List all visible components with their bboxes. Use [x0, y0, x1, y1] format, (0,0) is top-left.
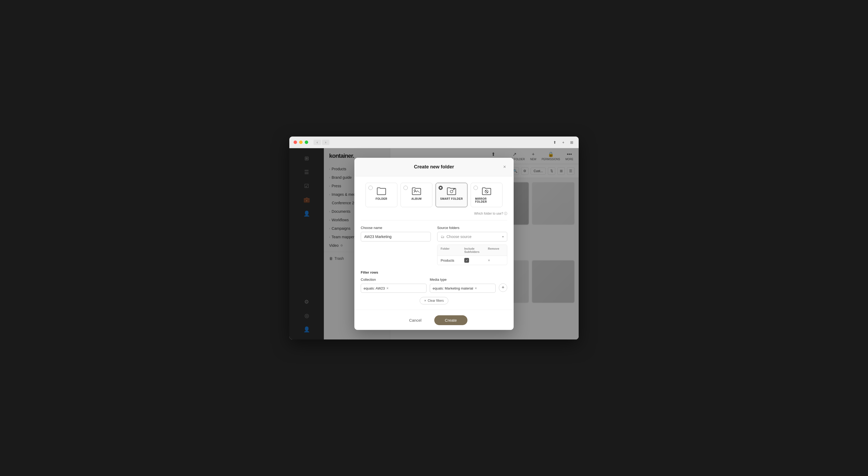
close-dot[interactable]: [293, 141, 297, 144]
folder-name-input[interactable]: [361, 232, 431, 241]
maximize-dot[interactable]: [305, 141, 308, 144]
modal-body: Choose name Source folders 🗂 Choose sour…: [354, 220, 514, 310]
album-icon: [412, 187, 421, 195]
folder-type-selector: FOLDER ALBUM: [354, 176, 514, 211]
mirror-folder-icon: [482, 187, 491, 195]
media-type-clear-button[interactable]: ×: [475, 286, 477, 290]
source-col: Source folders 🗂 Choose source ▾ Folder: [437, 226, 507, 265]
info-icon: ⓘ: [504, 212, 507, 215]
folder-type-smart[interactable]: SMART FOLDER: [436, 183, 467, 207]
folder-type-album[interactable]: ALBUM: [401, 183, 432, 207]
svg-point-0: [414, 190, 416, 191]
remove-row-button[interactable]: ×: [488, 258, 504, 262]
clear-filters-row: × Clear filters: [361, 297, 507, 304]
collection-filter-col: Collection equals: AW23 ×: [361, 277, 427, 293]
grid-view-icon: ⊞: [569, 140, 575, 145]
modal-title: Create new folder: [414, 164, 454, 170]
svg-point-1: [450, 190, 453, 193]
folder-type-mirror[interactable]: MIRROR FOLDER: [471, 183, 502, 207]
folder-type-folder[interactable]: FOLDER: [366, 183, 397, 207]
folder-cell: Products: [441, 259, 464, 262]
collection-label: Collection: [361, 277, 427, 281]
source-dropdown[interactable]: 🗂 Choose source ▾: [437, 232, 507, 241]
name-source-row: Choose name Source folders 🗂 Choose sour…: [361, 226, 507, 265]
choose-name-label: Choose name: [361, 226, 431, 230]
window-controls: [293, 141, 308, 144]
modal-close-button[interactable]: ×: [501, 163, 508, 171]
media-type-label: Media type: [430, 277, 496, 281]
create-button[interactable]: Create: [434, 315, 467, 325]
nav-forward-button[interactable]: ›: [322, 140, 330, 145]
smart-folder-type-label: SMART FOLDER: [440, 197, 463, 200]
folder-icon: [377, 187, 386, 195]
modal-header: Create new folder ×: [354, 158, 514, 176]
mirror-folder-type-label: MIRROR FOLDER: [475, 197, 498, 203]
cancel-button[interactable]: Cancel: [401, 315, 430, 325]
add-filter-button[interactable]: +: [499, 284, 507, 292]
media-type-filter-tag: equals: Marketing material ×: [430, 284, 496, 293]
add-tab-icon: +: [561, 140, 566, 145]
album-type-label: ALBUM: [411, 197, 422, 200]
titlebar-right: ⬆ + ⊞: [552, 140, 575, 145]
folder-hint: Which folder to use? ⓘ: [354, 211, 514, 220]
filter-section: Filter rows Collection equals: AW23 ×: [361, 270, 507, 304]
minimize-dot[interactable]: [299, 141, 303, 144]
clear-filters-button[interactable]: × Clear filters: [420, 297, 448, 304]
nav-buttons: ‹ ›: [313, 140, 330, 145]
source-folders-label: Source folders: [437, 226, 507, 230]
modal-overlay: Create new folder × FOLDER: [289, 148, 579, 339]
modal-footer: Cancel Create: [354, 310, 514, 330]
source-table: Folder Include subfolders Remove Product…: [437, 245, 507, 265]
source-folder-icon: 🗂: [441, 235, 444, 239]
mirror-radio: [473, 186, 478, 190]
filter-row: Collection equals: AW23 × Media type: [361, 277, 507, 293]
dropdown-arrow-icon: ▾: [502, 235, 504, 239]
nav-back-button[interactable]: ‹: [313, 140, 321, 145]
share-icon: ⬆: [552, 140, 557, 145]
collection-filter-tag: equals: AW23 ×: [361, 284, 427, 293]
media-type-filter-col: Media type equals: Marketing material ×: [430, 277, 496, 293]
clear-icon: ×: [424, 299, 426, 302]
table-row: Products ✓ ×: [437, 256, 507, 265]
source-table-header: Folder Include subfolders Remove: [437, 245, 507, 256]
mac-window: ‹ › ⬆ + ⊞ ⊞ ☰ ☑ 💼 👤 ⚙ ◎ 👤 kontainer. ›: [289, 137, 579, 339]
name-col: Choose name: [361, 226, 431, 265]
collection-clear-button[interactable]: ×: [386, 286, 389, 290]
svg-line-3: [485, 190, 488, 193]
folder-type-label: FOLDER: [376, 197, 387, 200]
folder-radio: [368, 186, 373, 190]
create-folder-modal: Create new folder × FOLDER: [354, 158, 514, 330]
app-layout: ⊞ ☰ ☑ 💼 👤 ⚙ ◎ 👤 kontainer. › Products › …: [289, 148, 579, 339]
include-subfolders-cell: ✓: [464, 258, 488, 263]
smart-folder-icon: [447, 187, 456, 195]
titlebar: ‹ › ⬆ + ⊞: [289, 137, 579, 148]
album-radio: [403, 186, 408, 190]
smart-radio: [438, 186, 443, 190]
checkbox-checked-icon[interactable]: ✓: [464, 258, 469, 263]
filter-rows-label: Filter rows: [361, 270, 507, 274]
